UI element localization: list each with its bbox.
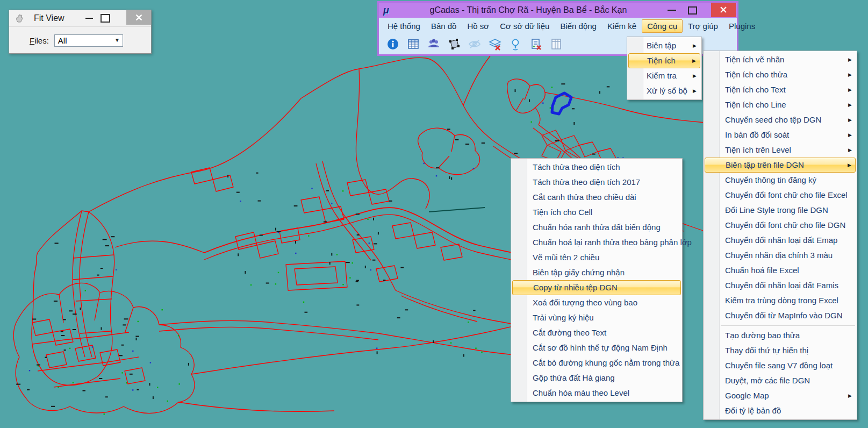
minimize-icon[interactable] — [85, 18, 93, 19]
menu-item-bien-tap[interactable]: Biên tập▶ — [627, 38, 701, 53]
menu-item-label: Tách thửa theo diện tích — [533, 162, 620, 172]
menu-item-label: Tiện ích cho thửa — [725, 70, 787, 79]
menu-item-cat-so-do-hinh-the-tu-dong-nam-dinh[interactable]: Cắt sơ đồ hình thể tự động Nam Định — [511, 340, 682, 355]
menu-item-label: Biên tập — [647, 41, 676, 50]
files-dropdown[interactable]: All ▼ — [54, 34, 123, 47]
menu-item-chuan-hoa-ranh-thua-dat-bien-dong[interactable]: Chuẩn hóa ranh thửa đất biến động — [511, 220, 682, 235]
menu-item-label: Chuyển đổi từ MapInfo vào DGN — [725, 311, 842, 320]
menu-item-copy-tu-nhieu-tep-dgn[interactable]: Copy từ nhiều tệp DGN — [512, 280, 681, 295]
fit-view-titlebar[interactable]: Fit View — [9, 10, 151, 26]
close-icon — [720, 6, 727, 13]
menu-item-kiem-tra-trung-dong-trong-excel[interactable]: Kiểm tra trùng dòng trong Excel — [704, 293, 857, 308]
menu-item-chuan-hoa-mau-theo-level[interactable]: Chuẩn hóa màu theo Level — [511, 386, 682, 401]
menu-item-xoa-doi-tuong-theo-vung-bao[interactable]: Xoá đối tượng theo vùng bao — [511, 295, 682, 310]
submenu-arrow-icon: ▶ — [693, 38, 697, 53]
menu-plugins[interactable]: Plugins — [723, 19, 761, 33]
menu-item-chuyen-nhan-dia-chinh-3-mau[interactable]: Chuyển nhãn địa chính 3 màu — [704, 248, 857, 263]
minimize-icon[interactable] — [668, 10, 676, 11]
menu-tro-giup[interactable]: Trợ giúp — [683, 19, 723, 33]
menu-item-chuyen-doi-font-chu-cho-file-excel[interactable]: Chuyển đổi font chữ cho file Excel — [704, 188, 857, 203]
menu-item-chuyen-file-sang-v7-dong-loat[interactable]: Chuyển file sang V7 đồng loạt — [704, 358, 857, 373]
menu-item-tien-ich-tren-level[interactable]: Tiện ích trên Level▶ — [704, 142, 857, 158]
menu-item-chuan-hoa-file-excel[interactable]: Chuẩn hoá file Excel — [704, 263, 857, 278]
menu-item-label: Chuẩn hóa ranh thửa đất biến động — [533, 223, 661, 232]
menu-item-cat-bo-duong-khung-goc-nam-trong-thua[interactable]: Cắt bỏ đường khung gốc nằm trong thửa — [511, 355, 682, 370]
menu-item-label: In bản đồ đối soát — [725, 130, 789, 139]
menu-item-xu-ly-so-bo[interactable]: Xử lý sổ bộ▶ — [627, 83, 701, 98]
layers-remove-icon[interactable] — [489, 38, 501, 51]
menu-item-label: Chuẩn hóa màu theo Level — [533, 388, 629, 397]
menu-item-doi-line-style-trong-file-dgn[interactable]: Đổi Line Style trong file DGN — [704, 203, 857, 218]
submenu-arrow-icon: ▶ — [693, 68, 697, 83]
menu-item-trai-vung-ky-hieu[interactable]: Trải vùng ký hiệu — [511, 310, 682, 325]
menu-item-doi-ty-le-ban-do[interactable]: Đổi tỷ lệ bản đồ — [704, 403, 857, 418]
menu-item-tach-thua-theo-dien-tich-2017[interactable]: Tách thửa theo diện tích 2017 — [511, 175, 682, 190]
menu-item-tien-ich-cho-text[interactable]: Tiện ích cho Text▶ — [704, 82, 857, 97]
menu-item-cat-canh-thua-theo-chieu-dai[interactable]: Cắt canh thửa theo chiều dài — [511, 190, 682, 205]
menu-item-tien-ich-cho-thua[interactable]: Tiện ích cho thửa▶ — [704, 67, 857, 82]
menu-item-tien-ich-ve-nhan[interactable]: Tiện ích vẽ nhãn▶ — [704, 52, 857, 67]
menu-item-label: Google Map — [725, 391, 769, 400]
menu-ban-do[interactable]: Bản đồ — [426, 19, 462, 33]
menu-item-chuyen-doi-font-chu-cho-file-dgn[interactable]: Chuyển đổi font chữ cho file DGN — [704, 218, 857, 233]
menu-bien-dong[interactable]: Biến động — [555, 19, 602, 33]
menu-item-in-ban-do-doi-soat[interactable]: In bản đồ đối soát▶ — [704, 127, 857, 142]
menu-item-label: Kiểm tra trùng dòng trong Excel — [725, 296, 838, 305]
menu-item-label: Chuẩn hoá file Excel — [725, 266, 799, 275]
menu-item-chuan-hoa-lai-ranh-thua-theo-bang-phan-lop[interactable]: Chuẩn hoá lại ranh thửa theo bảng phân l… — [511, 235, 682, 250]
menu-item-label: Tiện ích vẽ nhãn — [725, 55, 784, 64]
menu-ho-so[interactable]: Hồ sơ — [462, 19, 494, 33]
menu-item-bien-tap-tren-file-dgn[interactable]: Biên tập trên file DGN▶ — [705, 158, 856, 173]
menu-item-chuyen-seed-cho-tep-dgn[interactable]: Chuyển seed cho tệp DGN▶ — [704, 112, 857, 127]
close-button[interactable] — [126, 10, 151, 25]
close-button[interactable] — [711, 3, 736, 17]
menu-item-kiem-tra[interactable]: Kiểm tra▶ — [627, 68, 701, 83]
menu-cong-cu[interactable]: Công cụ — [642, 19, 683, 33]
gcadas-titlebar[interactable]: μ gCadas - Thị trấn Chợ Rã - Huyện Ba Bể… — [379, 3, 737, 18]
menu-item-label: Duyệt, mở các file DGN — [725, 376, 810, 385]
menu-item-label: Xử lý sổ bộ — [647, 86, 687, 95]
menu-item-label: Chuyển đổi font chữ cho file Excel — [725, 190, 848, 199]
maximize-icon[interactable] — [101, 14, 110, 23]
menu-item-ve-mui-ten-2-chieu[interactable]: Vẽ mũi tên 2 chiều — [511, 250, 682, 265]
menu-item-label: Tiện ích cho Cell — [533, 208, 592, 217]
info-icon[interactable] — [386, 38, 399, 51]
menu-item-thay-doi-thu-tu-hien-thi[interactable]: Thay đổi thứ tự hiển thị — [704, 343, 857, 358]
polygon-icon[interactable] — [448, 38, 461, 51]
dropdown-arrow-icon[interactable]: ▼ — [114, 37, 120, 43]
table-icon[interactable] — [407, 38, 420, 51]
location-pin-icon[interactable] — [509, 38, 522, 51]
document-remove-icon[interactable] — [529, 38, 542, 51]
menu-item-chuyen-thong-tin-dang-ky[interactable]: Chuyển thông tin đăng ký — [704, 173, 857, 188]
menu-item-tao-duong-bao-thua[interactable]: Tạo đường bao thửa — [704, 328, 857, 343]
menu-item-gop-thua-dat-ha-giang[interactable]: Gộp thửa đất Hà giang — [511, 370, 682, 386]
users-icon[interactable] — [427, 38, 440, 51]
menu-item-label: Copy từ nhiều tệp DGN — [533, 283, 618, 292]
fit-view-title: Fit View — [34, 13, 64, 23]
menu-item-label: Chuyển đổi nhãn loại đất Famis — [725, 281, 838, 290]
menu-item-chuyen-doi-nhan-loai-dat-emap[interactable]: Chuyển đổi nhãn loại đất Emap — [704, 233, 857, 248]
menu-item-duyet-mo-cac-file-dgn[interactable]: Duyệt, mở các file DGN — [704, 373, 857, 388]
menu-co-so-du-lieu[interactable]: Cơ sở dữ liệu — [494, 19, 555, 33]
menu-item-tien-ich[interactable]: Tiện ích▶ — [628, 53, 700, 68]
maximize-icon[interactable] — [688, 6, 697, 15]
menu-item-tien-ich-cho-cell[interactable]: Tiện ích cho Cell — [511, 205, 682, 220]
menu-item-chuyen-doi-tu-mapinfo-vao-dgn[interactable]: Chuyển đổi từ MapInfo vào DGN — [704, 308, 857, 323]
eye-slash-icon[interactable] — [468, 38, 481, 51]
columns-icon[interactable] — [550, 38, 563, 51]
submenu-arrow-icon: ▶ — [692, 54, 696, 68]
tien-ich-submenu: Tiện ích vẽ nhãn▶Tiện ích cho thửa▶Tiện … — [703, 51, 857, 420]
menu-separator — [721, 325, 855, 326]
menu-item-cat-duong-theo-text[interactable]: Cắt đường theo Text — [511, 325, 682, 340]
menu-item-bien-tap-giay-chung-nhan[interactable]: Biên tập giấy chứng nhận — [511, 265, 682, 280]
menu-item-chuyen-doi-nhan-loai-dat-famis[interactable]: Chuyển đổi nhãn loại đất Famis — [704, 278, 857, 293]
menu-he-thong[interactable]: Hệ thống — [382, 19, 426, 33]
menu-item-label: Cắt đường theo Text — [533, 328, 606, 337]
menu-kiem-ke[interactable]: Kiểm kê — [602, 19, 642, 33]
submenu-arrow-icon: ▶ — [848, 97, 852, 112]
menu-item-tach-thua-theo-dien-tich[interactable]: Tách thửa theo diện tích — [511, 160, 682, 175]
window-title: gCadas - Thị trấn Chợ Rã - Huyện Ba Bể -… — [389, 5, 668, 15]
menu-item-tien-ich-cho-line[interactable]: Tiện ích cho Line▶ — [704, 97, 857, 112]
menu-item-google-map[interactable]: Google Map▶ — [704, 388, 857, 403]
menu-item-label: Đổi tỷ lệ bản đồ — [725, 406, 781, 415]
